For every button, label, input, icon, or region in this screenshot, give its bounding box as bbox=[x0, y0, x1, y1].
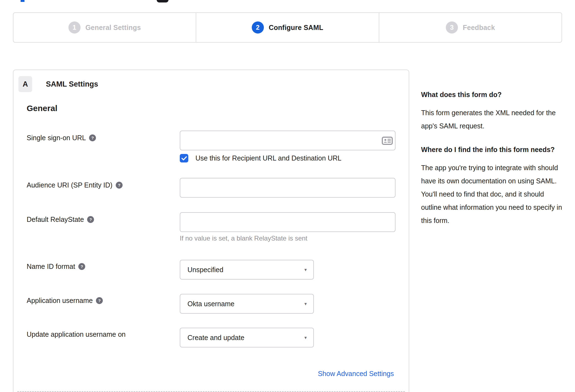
step-number-badge: 1 bbox=[68, 21, 81, 34]
sidebar-answer-1: This form generates the XML needed for t… bbox=[421, 106, 563, 132]
section-a-badge: A bbox=[18, 76, 32, 92]
help-icon[interactable]: ? bbox=[116, 182, 123, 189]
sidebar-question-1: What does this form do? bbox=[421, 89, 563, 101]
step-general-settings[interactable]: 1 General Settings bbox=[13, 13, 196, 42]
recipient-url-checkbox[interactable] bbox=[180, 154, 188, 162]
chevron-down-icon: ▾ bbox=[304, 335, 307, 341]
audience-uri-label: Audience URI (SP Entity ID) ? bbox=[27, 181, 123, 189]
recipient-url-checkbox-row: Use this for Recipient URL and Destinati… bbox=[180, 154, 341, 162]
general-section-heading: General bbox=[27, 104, 57, 113]
app-username-select[interactable]: Okta username ▾ bbox=[180, 294, 314, 314]
nameid-format-select[interactable]: Unspecified ▾ bbox=[180, 260, 314, 280]
card-title: SAML Settings bbox=[46, 80, 98, 89]
saml-settings-card: A SAML Settings General Single sign-on U… bbox=[13, 70, 409, 392]
chevron-down-icon: ▾ bbox=[304, 267, 307, 273]
relaystate-hint: If no value is set, a blank RelayState i… bbox=[180, 234, 307, 242]
app-username-label: Application username ? bbox=[27, 297, 103, 305]
help-icon[interactable]: ? bbox=[87, 216, 94, 223]
header-fragment-logo bbox=[21, 0, 24, 2]
step-configure-saml[interactable]: 2 Configure SAML bbox=[196, 13, 378, 42]
step-number-badge: 3 bbox=[446, 21, 458, 34]
recipient-url-checkbox-label: Use this for Recipient URL and Destinati… bbox=[195, 154, 341, 162]
sidebar-answer-2: The app you're trying to integrate with … bbox=[421, 161, 563, 227]
update-username-value: Create and update bbox=[187, 334, 244, 342]
help-icon[interactable]: ? bbox=[89, 134, 96, 141]
nameid-format-value: Unspecified bbox=[187, 266, 223, 274]
chevron-down-icon: ▾ bbox=[304, 301, 307, 307]
sso-url-input[interactable] bbox=[180, 131, 396, 150]
sidebar-question-2: Where do I find the info this form needs… bbox=[421, 143, 563, 156]
audience-uri-input[interactable] bbox=[180, 178, 396, 198]
header-fragment-icon bbox=[157, 0, 168, 2]
sso-url-label: Single sign-on URL ? bbox=[27, 134, 96, 142]
update-username-label: Update application username on bbox=[27, 330, 126, 338]
step-feedback[interactable]: 3 Feedback bbox=[379, 13, 562, 42]
update-username-select[interactable]: Create and update ▾ bbox=[180, 328, 314, 347]
help-icon[interactable]: ? bbox=[96, 297, 103, 304]
step-label: General Settings bbox=[85, 24, 141, 32]
wizard-stepper: 1 General Settings 2 Configure SAML 3 Fe… bbox=[13, 12, 562, 43]
help-sidebar: What does this form do? This form genera… bbox=[421, 89, 563, 238]
checkmark-icon bbox=[181, 156, 187, 161]
nameid-format-label: Name ID format ? bbox=[27, 263, 85, 270]
relaystate-input[interactable] bbox=[180, 212, 396, 232]
relaystate-label: Default RelayState ? bbox=[27, 216, 94, 223]
show-advanced-settings-link[interactable]: Show Advanced Settings bbox=[318, 370, 394, 378]
help-icon[interactable]: ? bbox=[78, 263, 85, 270]
step-number-badge: 2 bbox=[252, 21, 264, 34]
step-label: Feedback bbox=[463, 24, 495, 32]
step-label: Configure SAML bbox=[269, 24, 324, 32]
app-username-value: Okta username bbox=[187, 300, 234, 308]
